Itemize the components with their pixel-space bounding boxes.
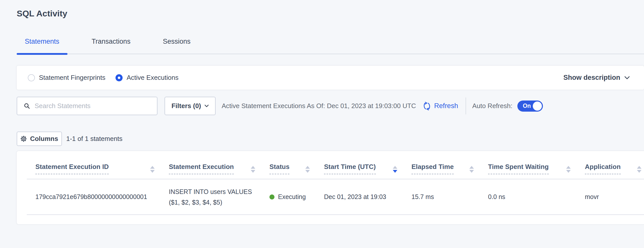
sql-activity-page: SQL Activity Statements Transactions Ses… bbox=[0, 0, 644, 224]
show-description-button[interactable]: Show description bbox=[563, 74, 630, 82]
cell-application: movr bbox=[576, 179, 644, 214]
table-row: 179cca7921e679b80000000000000001 INSERT … bbox=[27, 179, 644, 215]
radio-label: Statement Fingerprints bbox=[39, 74, 105, 82]
auto-refresh-label: Auto Refresh: bbox=[472, 102, 512, 110]
chevron-down-icon bbox=[204, 105, 209, 107]
toolbar: Filters (0) Active Statement Executions … bbox=[17, 97, 644, 115]
status-dot-icon bbox=[269, 194, 274, 200]
cell-statement: INSERT INTO users VALUES ($1, $2, $3, $4… bbox=[160, 179, 261, 214]
statements-table: Statement Execution ID Statement Executi… bbox=[17, 151, 644, 224]
sort-arrows[interactable] bbox=[150, 166, 155, 173]
table-header-row: Statement Execution ID Statement Executi… bbox=[27, 151, 644, 179]
radio-circle[interactable] bbox=[116, 74, 123, 81]
column-header-statement-execution[interactable]: Statement Execution bbox=[160, 151, 261, 179]
column-header-statement-execution-id[interactable]: Statement Execution ID bbox=[27, 151, 160, 179]
toggle-knob[interactable] bbox=[533, 102, 542, 111]
status-label: Executing bbox=[278, 193, 306, 201]
chevron-down-icon bbox=[624, 76, 630, 80]
column-header-elapsed-time[interactable]: Elapsed Time bbox=[403, 151, 479, 179]
gear-icon bbox=[20, 136, 27, 142]
tab-bar: Statements Transactions Sessions bbox=[17, 37, 644, 54]
toolbar-divider bbox=[466, 97, 466, 114]
sort-arrows[interactable] bbox=[469, 166, 474, 173]
sort-arrows[interactable] bbox=[305, 166, 310, 173]
refresh-button[interactable]: Refresh bbox=[423, 102, 458, 110]
tab-statements[interactable]: Statements bbox=[17, 37, 67, 54]
refresh-icon bbox=[423, 102, 431, 110]
sort-arrows[interactable] bbox=[566, 166, 571, 173]
statement-line-2: ($1, $2, $3, $4, $5) bbox=[169, 197, 222, 208]
search-input[interactable] bbox=[34, 102, 145, 110]
cell-time-spent-waiting: 0.0 ns bbox=[479, 179, 576, 214]
as-of-timestamp: Active Statement Executions As Of: Dec 0… bbox=[222, 102, 416, 110]
radio-circle[interactable] bbox=[28, 74, 35, 81]
cell-elapsed-time: 15.7 ms bbox=[403, 179, 479, 214]
columns-label: Columns bbox=[30, 135, 58, 143]
view-mode-card: Statement Fingerprints Active Executions… bbox=[17, 66, 644, 90]
show-description-label: Show description bbox=[563, 74, 620, 82]
page-title: SQL Activity bbox=[17, 0, 644, 19]
filters-button[interactable]: Filters (0) bbox=[165, 97, 216, 115]
radio-statement-fingerprints[interactable]: Statement Fingerprints bbox=[28, 74, 105, 82]
cell-execution-id: 179cca7921e679b80000000000000001 bbox=[27, 179, 160, 214]
sort-arrows[interactable] bbox=[251, 166, 255, 173]
table-controls: Columns 1-1 of 1 statements bbox=[17, 132, 644, 146]
sort-arrows[interactable] bbox=[637, 166, 641, 173]
columns-button[interactable]: Columns bbox=[17, 132, 62, 146]
tab-sessions[interactable]: Sessions bbox=[155, 37, 199, 54]
sort-arrows[interactable] bbox=[393, 166, 397, 173]
statement-line-1: INSERT INTO users VALUES bbox=[169, 186, 252, 197]
column-header-time-spent-waiting[interactable]: Time Spent Waiting bbox=[479, 151, 576, 179]
column-header-application[interactable]: Application bbox=[576, 151, 644, 179]
search-box[interactable] bbox=[17, 97, 157, 115]
refresh-label: Refresh bbox=[434, 102, 458, 110]
auto-refresh-toggle[interactable]: On bbox=[517, 101, 543, 112]
radio-label: Active Executions bbox=[127, 74, 178, 82]
cell-status: Executing bbox=[261, 179, 315, 214]
filters-label: Filters (0) bbox=[171, 102, 201, 110]
tab-transactions[interactable]: Transactions bbox=[84, 37, 139, 54]
column-header-start-time[interactable]: Start Time (UTC) bbox=[315, 151, 403, 179]
radio-active-executions[interactable]: Active Executions bbox=[116, 74, 178, 82]
toggle-state-label: On bbox=[523, 103, 531, 109]
search-icon bbox=[24, 103, 30, 109]
cell-start-time: Dec 01, 2023 at 19:03 bbox=[315, 179, 403, 214]
results-count: 1-1 of 1 statements bbox=[66, 135, 123, 143]
column-header-status[interactable]: Status bbox=[261, 151, 315, 179]
